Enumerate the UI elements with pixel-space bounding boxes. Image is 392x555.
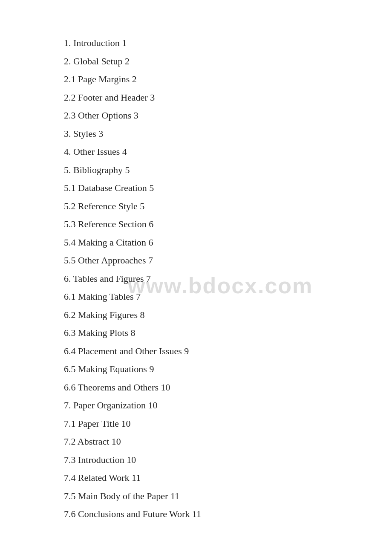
toc-item: 2.3 Other Options 3: [64, 107, 392, 125]
toc-item: 5.5 Other Approaches 7: [64, 251, 392, 270]
toc-item: 7.5 Main Body of the Paper 11: [64, 487, 392, 506]
toc-item: 6.5 Making Equations 9: [64, 360, 392, 379]
toc-item: 4. Other Issues 4: [64, 143, 392, 161]
toc-item: 1. Introduction 1: [64, 34, 392, 52]
toc-item: 2.2 Footer and Header 3: [64, 89, 392, 107]
toc-item: 6.6 Theorems and Others 10: [64, 379, 392, 397]
toc-item: 3. Styles 3: [64, 125, 392, 143]
toc-item: 2.1 Page Margins 2: [64, 70, 392, 89]
toc-item: 7.2 Abstract 10: [64, 433, 392, 451]
toc-item: 6. Tables and Figures 7: [64, 270, 392, 288]
page-container: 1. Introduction 12. Global Setup 22.1 Pa…: [0, 0, 392, 555]
toc-item: 6.3 Making Plots 8: [64, 324, 392, 342]
toc-item: 7.6 Conclusions and Future Work 11: [64, 505, 392, 523]
toc-item: 6.1 Making Tables 7: [64, 288, 392, 306]
toc-item: 5. Bibliography 5: [64, 161, 392, 179]
table-of-contents: 1. Introduction 12. Global Setup 22.1 Pa…: [64, 34, 392, 523]
toc-item: 7. Paper Organization 10: [64, 396, 392, 415]
toc-item: 6.2 Making Figures 8: [64, 306, 392, 324]
toc-item: 5.4 Making a Citation 6: [64, 234, 392, 252]
toc-item: 7.3 Introduction 10: [64, 451, 392, 469]
toc-item: 7.1 Paper Title 10: [64, 415, 392, 433]
toc-item: 6.4 Placement and Other Issues 9: [64, 342, 392, 361]
toc-item: 5.1 Database Creation 5: [64, 179, 392, 197]
toc-item: 5.2 Reference Style 5: [64, 197, 392, 216]
toc-item: 5.3 Reference Section 6: [64, 215, 392, 234]
toc-item: 2. Global Setup 2: [64, 52, 392, 71]
toc-item: 7.4 Related Work 11: [64, 469, 392, 487]
